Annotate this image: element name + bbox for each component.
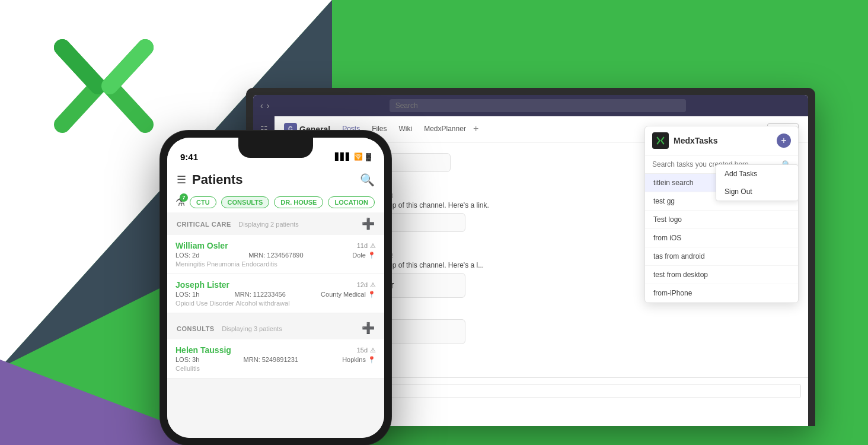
patient-meta-right-helen: 15d ⚠ xyxy=(357,347,376,354)
patient-card-helen[interactable]: Helen Taussig 15d ⚠ LOS: 3h MRN: 5249891… xyxy=(167,339,384,379)
patient-row2-helen: LOS: 3h MRN: 5249891231 Hopkins 📍 xyxy=(175,356,376,364)
nav-forward-button[interactable]: › xyxy=(267,101,270,110)
search-button[interactable]: 🔍 xyxy=(360,173,375,187)
patient-meta-right-william: 11d ⚠ xyxy=(357,242,376,250)
context-sign-out[interactable]: Sign Out xyxy=(716,183,798,201)
phone-frame: 9:41 ▋▋▋ 🛜 ▓ ☰ Patients 🔍 xyxy=(160,131,391,445)
medxtasks-popup-title: MedxTasks xyxy=(674,136,772,145)
phone-content: ☰ Patients 🔍 ⚗ 7 CTU CONSULTS DR. HOUSE … xyxy=(167,167,384,438)
patient-los-joseph: LOS: 1h xyxy=(175,291,199,298)
patient-name-helen: Helen Taussig xyxy=(175,345,231,355)
task-item-2[interactable]: Test logo xyxy=(645,211,798,229)
phone-notch xyxy=(238,138,313,158)
app-title: Patients xyxy=(192,172,243,187)
patient-row1-helen: Helen Taussig 15d ⚠ xyxy=(175,345,376,355)
location-pin-icon: 📍 xyxy=(368,252,376,259)
patient-row2-william: LOS: 2d MRN: 1234567890 Dole 📍 xyxy=(175,252,376,259)
patient-row1-william: William Osler 11d ⚠ xyxy=(175,241,376,250)
app-header-left: ☰ Patients xyxy=(177,172,243,187)
medxtasks-popup-header: MedxTasks + xyxy=(645,126,798,155)
medxtasks-add-button[interactable]: + xyxy=(777,134,791,148)
filter-tab-drhouse[interactable]: DR. HOUSE xyxy=(274,196,323,208)
critical-care-title: CRITICAL CARE xyxy=(177,221,231,228)
patient-row3-william: Meningitis Pneumonia Endocarditis xyxy=(175,260,376,268)
signal-icon: ▋▋▋ xyxy=(335,152,351,161)
patient-name-joseph: Joseph Lister xyxy=(175,280,229,290)
status-icons: ▋▋▋ 🛜 ▓ xyxy=(335,152,371,161)
app-logo xyxy=(50,39,157,134)
alert-icon-william: ⚠ xyxy=(370,242,376,250)
patient-card-joseph[interactable]: Joseph Lister 12d ⚠ LOS: 1h MRN: 1122334… xyxy=(167,274,384,313)
critical-care-header: CRITICAL CARE Displaying 2 patients ➕ xyxy=(167,212,384,235)
reply-input[interactable] xyxy=(350,384,801,398)
status-time: 9:41 xyxy=(180,152,198,162)
consults-count: Displaying 3 patients xyxy=(222,325,282,332)
filter-icon-badge[interactable]: ⚗ 7 xyxy=(175,196,185,209)
task-item-4[interactable]: tas from android xyxy=(645,247,798,266)
task-item-5[interactable]: test from desktop xyxy=(645,266,798,284)
patient-name-william: William Osler xyxy=(175,241,228,250)
patient-mrn-william: MRN: 1234567890 xyxy=(248,252,303,259)
patient-days-joseph: 12d xyxy=(357,281,368,288)
add-critical-care-patient-btn[interactable]: ➕ xyxy=(362,217,375,230)
consults-title: CONSULTS xyxy=(177,325,215,332)
phone-container: 9:41 ▋▋▋ 🛜 ▓ ☰ Patients 🔍 xyxy=(160,131,391,445)
titlebar-search-input[interactable] xyxy=(390,99,686,112)
patient-row2-joseph: LOS: 1h MRN: 112233456 County Medical 📍 xyxy=(175,291,376,298)
teams-titlebar: ‹ › xyxy=(253,95,808,116)
patient-meta-right-joseph: 12d ⚠ xyxy=(357,281,376,289)
patient-row3-helen: Cellulitis xyxy=(175,365,376,372)
patient-loc-helen: Hopkins 📍 xyxy=(342,356,376,364)
medxtasks-popup-logo xyxy=(652,132,669,149)
nav-back-button[interactable]: ‹ xyxy=(260,101,263,110)
filter-count-badge: 7 xyxy=(180,193,188,202)
add-consults-patient-btn[interactable]: ➕ xyxy=(362,322,375,335)
patient-row1-joseph: Joseph Lister 12d ⚠ xyxy=(175,280,376,290)
battery-icon: ▓ xyxy=(366,152,371,161)
patient-los-helen: LOS: 3h xyxy=(175,356,199,364)
alert-icon-joseph: ⚠ xyxy=(370,281,376,289)
titlebar-nav: ‹ › xyxy=(260,101,269,110)
patient-days-helen: 15d xyxy=(357,347,368,354)
critical-care-count: Displaying 2 patients xyxy=(238,221,299,228)
patient-card-william[interactable]: William Osler 11d ⚠ LOS: 2d MRN: 1234567… xyxy=(167,235,384,274)
filter-tab-location[interactable]: LOCATION xyxy=(328,196,375,208)
menu-icon[interactable]: ☰ xyxy=(177,173,186,186)
patient-list: CRITICAL CARE Displaying 2 patients ➕ Wi… xyxy=(167,212,384,438)
critical-care-title-group: CRITICAL CARE Displaying 2 patients xyxy=(177,218,299,229)
location-pin-icon-2: 📍 xyxy=(368,291,376,298)
medxtasks-popup: MedxTasks + 🔍 titlein search test gg Tes… xyxy=(644,126,799,303)
patient-mrn-helen: MRN: 5249891231 xyxy=(244,356,298,364)
task-item-3[interactable]: from iOS xyxy=(645,229,798,247)
filter-tab-ctu[interactable]: CTU xyxy=(190,196,216,208)
add-tab-button[interactable]: + xyxy=(473,123,478,135)
location-pin-icon-3: 📍 xyxy=(368,356,376,363)
tab-medxplanner[interactable]: MedxPlanner xyxy=(419,123,471,135)
consults-header: CONSULTS Displaying 3 patients ➕ xyxy=(167,317,384,339)
patient-loc-joseph: County Medical 📍 xyxy=(321,291,376,298)
tab-wiki[interactable]: Wiki xyxy=(394,123,417,135)
titlebar-search-container xyxy=(390,99,686,112)
phone-screen: 9:41 ▋▋▋ 🛜 ▓ ☰ Patients 🔍 xyxy=(167,138,384,438)
filter-tab-consults[interactable]: CONSULTS xyxy=(221,196,270,208)
patient-loc-william: Dole 📍 xyxy=(352,252,376,259)
filter-bar: ⚗ 7 CTU CONSULTS DR. HOUSE LOCATION xyxy=(167,192,384,212)
context-add-tasks[interactable]: Add Tasks xyxy=(716,165,798,183)
consults-title-group: CONSULTS Displaying 3 patients xyxy=(177,323,282,333)
patient-row3-joseph: Opioid Use Disorder Alcohol withdrawal xyxy=(175,300,376,307)
patient-los-william: LOS: 2d xyxy=(175,252,199,259)
patient-days-william: 11d xyxy=(357,242,368,249)
wifi-icon: 🛜 xyxy=(354,152,363,161)
task-item-6[interactable]: from-iPhone xyxy=(645,284,798,303)
app-header: ☰ Patients 🔍 xyxy=(167,167,384,192)
context-menu: Add Tasks Sign Out xyxy=(716,164,799,201)
alert-icon-helen: ⚠ xyxy=(370,347,376,354)
patient-mrn-joseph: MRN: 112233456 xyxy=(235,291,286,298)
